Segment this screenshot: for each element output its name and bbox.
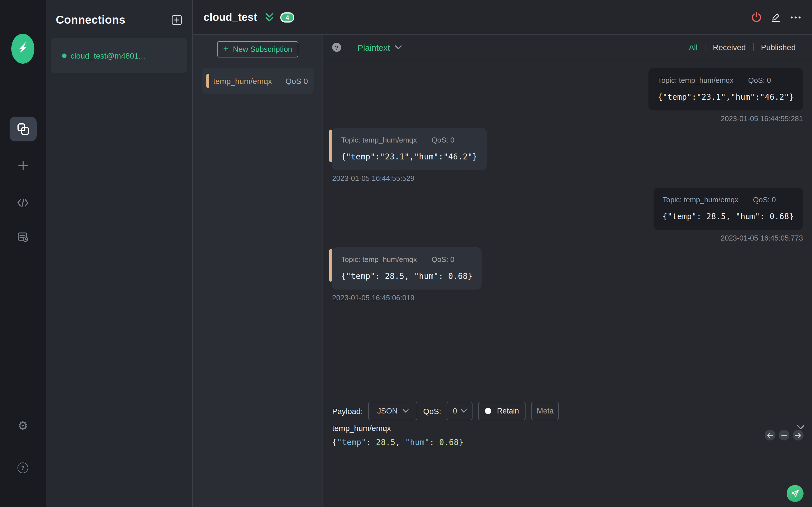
message-published: Topic: temp_hum/emqxQoS: 0{"temp": 28.5,… [332, 187, 803, 242]
sidebar-item-log[interactable] [9, 225, 36, 249]
meta-button[interactable]: Meta [531, 402, 559, 420]
connections-title: Connections [56, 13, 125, 26]
message-qos: QoS: 0 [753, 195, 776, 204]
payload-token-punct: : [366, 438, 376, 447]
message-accent-bar [329, 249, 332, 282]
message-qos: QoS: 0 [432, 136, 455, 144]
messages-panel: ? Plaintext All Received [323, 35, 812, 507]
retain-dot-icon [485, 408, 492, 414]
payload-format-dropdown[interactable]: JSON [368, 402, 417, 420]
message-timestamp: 2023-01-05 16:44:55:529 [332, 174, 414, 182]
filter-tab-all[interactable]: All [681, 43, 705, 52]
add-connection-button[interactable] [171, 15, 182, 25]
pencil-icon [771, 12, 781, 22]
payload-format-value: JSON [377, 407, 398, 415]
power-icon [751, 12, 762, 22]
connection-title: cloud_test [204, 11, 257, 23]
payload-token-punct: : [429, 438, 439, 447]
message-topic: Topic: temp_hum/emqx [658, 76, 733, 84]
retain-label: Retain [497, 407, 519, 415]
message-published: Topic: temp_hum/emqxQoS: 0{"temp":"23.1"… [332, 68, 803, 123]
payload-token-punct: { [332, 438, 337, 447]
payload-token-number: } [459, 438, 463, 447]
payload-token-number: 28.5 [376, 438, 395, 447]
minus-icon [781, 432, 787, 438]
subscription-item[interactable]: temp_hum/emqx QoS 0 [202, 68, 313, 94]
arrow-left-icon [767, 432, 773, 438]
plus-icon: + [223, 45, 229, 54]
publish-panel: Payload: JSON QoS: 0 [323, 394, 812, 507]
mqttx-app: ⚙ ? Connections cloud_test@m4801... [0, 0, 812, 507]
sidebar-item-new-connection[interactable] [9, 153, 36, 178]
message-bubble[interactable]: Topic: temp_hum/emqxQoS: 0{"temp":"23.1"… [649, 68, 803, 110]
message-payload: {"temp": 28.5, "hum": 0.68} [663, 212, 794, 221]
disconnect-button[interactable] [751, 12, 762, 22]
message-topic: Topic: temp_hum/emqx [663, 195, 739, 204]
expand-editor-button[interactable] [797, 425, 805, 430]
unread-count-badge: 4 [280, 12, 294, 22]
retain-toggle[interactable]: Retain [478, 402, 526, 420]
message-qos: QoS: 0 [748, 76, 771, 84]
message-received: Topic: temp_hum/emqxQoS: 0{"temp": 28.5,… [332, 247, 803, 302]
double-chevron-down-icon [264, 12, 274, 22]
arrow-right-icon [795, 432, 801, 438]
plus-icon [17, 160, 29, 171]
qos-label: QoS: [423, 406, 441, 415]
connection-name: cloud_test@m4801... [70, 51, 145, 60]
next-message-button[interactable] [793, 430, 804, 441]
payload-format-help-icon[interactable]: ? [332, 43, 341, 52]
subscriptions-panel: + New Subscription temp_hum/emqx QoS 0 [193, 35, 323, 507]
payload-label: Payload: [332, 406, 363, 415]
message-topic: Topic: temp_hum/emqx [341, 255, 417, 264]
clear-message-button[interactable] [779, 430, 790, 441]
message-bubble[interactable]: Topic: temp_hum/emqxQoS: 0{"temp": 28.5,… [654, 187, 803, 230]
code-icon [17, 198, 29, 207]
message-timestamp: 2023-01-05 16:45:06:019 [332, 293, 414, 302]
messages-toolbar: ? Plaintext All Received [323, 35, 812, 60]
more-options-button[interactable] [790, 15, 801, 19]
subscription-qos: QoS 0 [286, 76, 308, 86]
message-payload: {"temp":"23.1","hum":"46.2"} [341, 152, 477, 161]
collapse-panel-button[interactable] [264, 12, 274, 22]
gear-icon: ⚙ [17, 420, 28, 432]
log-icon [17, 232, 29, 242]
connection-status-dot [62, 53, 66, 58]
sidebar-item-connections[interactable] [9, 117, 36, 142]
message-history-nav [765, 430, 804, 441]
subscription-topic: temp_hum/emqx [213, 76, 286, 86]
new-subscription-button[interactable]: + New Subscription [217, 41, 298, 57]
qos-dropdown[interactable]: 0 [447, 402, 473, 420]
message-bubble[interactable]: Topic: temp_hum/emqxQoS: 0{"temp":"23.1"… [332, 128, 486, 170]
payload-token-number: 0.68 [439, 438, 459, 447]
payload-format-select[interactable]: Plaintext [357, 43, 402, 52]
subscription-color-bar [206, 74, 209, 88]
previous-message-button[interactable] [765, 430, 775, 441]
message-accent-bar [329, 129, 332, 162]
sidebar-item-script[interactable] [9, 190, 36, 215]
topic-input[interactable] [332, 424, 790, 433]
message-qos: QoS: 0 [432, 255, 455, 264]
message-list: Topic: temp_hum/emqxQoS: 0{"temp":"23.1"… [323, 60, 812, 394]
filter-tab-published[interactable]: Published [754, 43, 803, 52]
message-filter-tabs: All Received Published [681, 43, 803, 52]
filter-tab-received[interactable]: Received [705, 43, 753, 52]
message-timestamp: 2023-01-05 16:44:55:281 [721, 114, 803, 123]
chevron-down-icon [403, 409, 409, 413]
edit-connection-button[interactable] [771, 12, 781, 22]
mqttx-logo-icon [11, 34, 35, 64]
ellipsis-icon [790, 15, 801, 19]
payload-token-key: "temp" [337, 438, 366, 447]
sidebar-item-help[interactable]: ? [9, 455, 36, 480]
connection-header: cloud_test 4 [193, 0, 812, 35]
question-circle-icon: ? [17, 462, 28, 473]
chevron-down-icon [797, 425, 805, 430]
qos-value: 0 [453, 407, 457, 415]
publish-toolbar: Payload: JSON QoS: 0 [332, 402, 812, 420]
payload-editor[interactable]: {"temp": 28.5, "hum": 0.68} [332, 438, 812, 447]
message-payload: {"temp": 28.5, "hum": 0.68} [341, 272, 472, 281]
send-button[interactable] [786, 485, 804, 502]
plus-square-icon [171, 15, 182, 25]
connection-list-item[interactable]: cloud_test@m4801... [51, 38, 187, 73]
message-bubble[interactable]: Topic: temp_hum/emqxQoS: 0{"temp": 28.5,… [332, 247, 481, 290]
sidebar-item-settings[interactable]: ⚙ [9, 413, 36, 438]
